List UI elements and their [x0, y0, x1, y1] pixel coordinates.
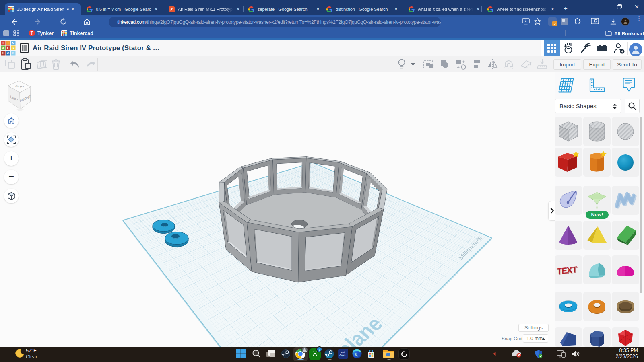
svg-text:Fall: Fall [341, 351, 345, 354]
svg-text:R: R [12, 46, 14, 50]
svg-text:Guys: Guys [339, 354, 346, 356]
svg-text:N: N [12, 41, 14, 45]
svg-text:TEXT: TEXT [557, 265, 578, 276]
svg-text:T: T [2, 41, 4, 45]
svg-text:C: C [2, 51, 4, 55]
svg-text:D: D [12, 51, 14, 55]
svg-text:E: E [7, 46, 9, 50]
svg-text:A: A [7, 51, 10, 55]
svg-text:K: K [2, 46, 4, 50]
svg-text:I: I [8, 41, 9, 45]
